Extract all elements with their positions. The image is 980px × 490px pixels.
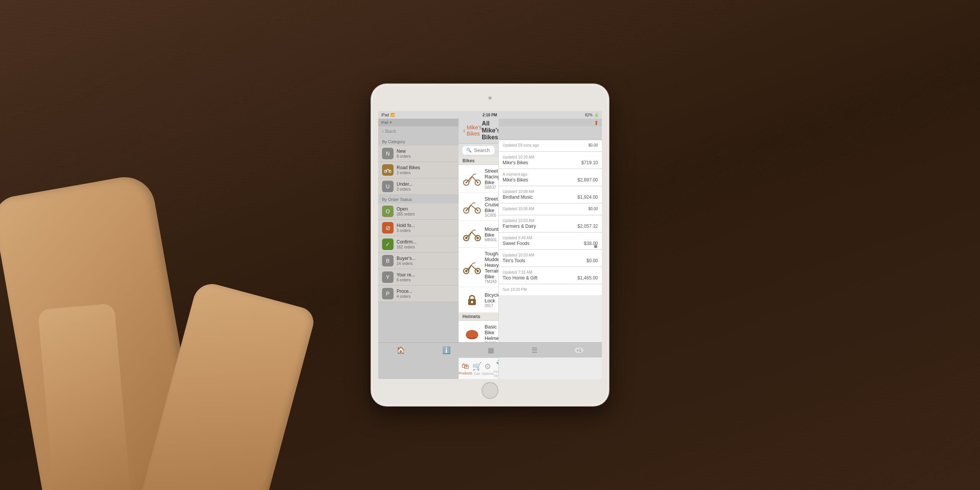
street-cruiser-name: Street Cruiser Bike (485, 196, 498, 213)
order-10-time: Sun 10:20 PM (503, 287, 527, 292)
sidebar-item-your-re[interactable]: Y Your re... 6 orders (378, 269, 459, 286)
order-9-amount: $1,465.00 (578, 275, 598, 281)
order-8-time: Updated 10:03 AM (503, 253, 534, 257)
nav-back-chevron: ‹ (463, 127, 465, 134)
order-item-1[interactable]: Updated 59 mins ago $0.00 (499, 140, 602, 152)
order-item-3[interactable]: A moment ago Mike's Bikes $2,897.00 (499, 169, 602, 186)
sidebar-item-proce[interactable]: P Proce... 4 orders (378, 286, 459, 302)
sidebar-item-hold[interactable]: ⊘ Hold fo... 3 orders (378, 220, 459, 236)
sidebar-item-new[interactable]: N New 8 orders (378, 145, 459, 162)
lock-info: Bicycle Lock 3917 (485, 292, 498, 308)
street-racing-sku: SB537 (485, 185, 498, 189)
sidebar-proce-icon: P (382, 288, 394, 299)
sidebar-yourre-label: Your re... (397, 272, 415, 278)
search-input[interactable] (474, 147, 498, 153)
nav-title: All Mike's Bikes (482, 120, 498, 141)
sidebar-new-label: New (397, 149, 411, 155)
sidebar-confirm-label: Confirm... (397, 239, 416, 245)
order-item-7[interactable]: Updated 9:49 AM Sweet Foods $38.00 (499, 233, 602, 250)
order-8-header: Updated 10:03 AM (503, 253, 598, 257)
svg-point-17 (477, 270, 479, 272)
order-7-header: Updated 9:49 AM (503, 236, 598, 240)
sidebar-under-icon: U (382, 181, 394, 192)
sidebar-proce-sub: 4 orders (397, 294, 412, 299)
street-racing-bike-image (462, 171, 482, 186)
sidebar-home-icon[interactable]: 🏠 (397, 346, 405, 354)
mountain-name: Mountain Bike (485, 226, 498, 238)
order-item-2[interactable]: Updated 10:26 AM Mike's Bikes $719.10 (499, 152, 602, 169)
basic-helmet-image (462, 327, 482, 342)
product-item-lock[interactable]: Bicycle Lock 3917 $39.00 ea 10 in stock (459, 287, 498, 313)
sidebar-buyer-label: Buyer's... (397, 256, 416, 262)
sidebar-item-road[interactable]: Road Bikes 2 orders (378, 162, 459, 178)
tab-cart-label: Cart (474, 372, 480, 376)
svg-point-5 (477, 182, 479, 183)
order-7-time: Updated 9:49 AM (503, 236, 532, 240)
sidebar-under-sub: 2 orders (397, 187, 413, 191)
tough-mudder-info: Tough Mudder Heavy Terrain Bike TM243 (485, 251, 498, 284)
product-item-street-racing[interactable]: Street Racing Bike SB537 $2,399.00 ea (459, 165, 498, 193)
sidebar-proce-label: Proce... (397, 289, 412, 295)
tab-finishing-up[interactable]: 🔧 Finishing Up (494, 358, 498, 379)
product-item-mountain[interactable]: Mountain Bike MB601 $1,099.00 x 1 $1,099… (459, 221, 498, 248)
sidebar-confirm-sub: 162 orders (397, 245, 416, 249)
sidebar-road-sub: 2 orders (397, 171, 420, 175)
tough-mudder-image (462, 260, 482, 275)
sidebar-open-icon: O (382, 206, 394, 217)
sidebar-buyer-icon: B (382, 255, 394, 266)
order-1-header: Updated 59 mins ago $0.00 (503, 143, 598, 147)
order-2-amount: $719.10 (581, 160, 598, 165)
status-bar: iPad 📶 2:10 PM 82% 🔋 (459, 111, 498, 119)
street-racing-info: Street Racing Bike SB537 (485, 168, 498, 189)
right-panel: Updated 59 mins ago $0.00 Updated 10:26 … (498, 111, 602, 379)
nav-back-button[interactable]: ‹ Mike's Bikes (463, 124, 482, 137)
product-list: Bikes (459, 157, 498, 358)
search-input-wrap[interactable]: 🔍 (462, 146, 495, 155)
tab-cart[interactable]: 🛒 Cart (472, 358, 482, 379)
order-item-9[interactable]: Updated 7:31 AM Tico Home & Gift $1,465.… (499, 267, 602, 284)
sidebar-back-button[interactable]: ‹ Back (378, 126, 459, 137)
sidebar-road-label: Road Bikes (397, 165, 420, 171)
sidebar-item-open[interactable]: O Open 265 orders (378, 203, 459, 220)
order-9-header: Updated 7:31 AM (503, 270, 598, 274)
sidebar-yourre-icon: Y (382, 271, 394, 283)
tab-products-icon: 🛍 (462, 362, 469, 371)
street-cruiser-info: Street Cruiser Bike SC805 (485, 196, 498, 217)
tab-products[interactable]: 🛍 Products (459, 358, 472, 379)
order-2-time: Updated 10:26 AM (503, 155, 534, 159)
svg-point-19 (471, 301, 473, 303)
sidebar-info-icon[interactable]: ℹ️ (442, 346, 451, 354)
mountain-info: Mountain Bike MB601 (485, 226, 498, 242)
sidebar-open-sub: 265 orders (397, 212, 415, 216)
product-item-tough-mudder[interactable]: Tough Mudder Heavy Terrain Bike TM243 $1… (459, 248, 498, 287)
ipad-frame: iPad ✈ ‹ Back By Category N New 8 orders (371, 84, 609, 406)
search-magnifier-icon: 🔍 (466, 148, 472, 153)
order-3-title: Mike's Bikes (503, 177, 528, 183)
order-item-4[interactable]: Updated 10:08 AM Birdland Music $1,924.0… (499, 186, 602, 203)
order-7-title: Sweet Foods (503, 241, 529, 246)
order-item-8[interactable]: Updated 10:03 AM Tim's Tools $0.00 (499, 250, 602, 267)
basic-helmet-name: Basic Bike Helmet (485, 324, 498, 341)
sidebar-item-buyer[interactable]: B Buyer's... 14 orders (378, 253, 459, 269)
sidebar-yourre-sub: 6 orders (397, 278, 415, 282)
order-item-6[interactable]: Updated 10:03 AM Farmers & Dairy $2,057.… (499, 216, 602, 232)
sidebar-item-under[interactable]: U Under... 2 orders (378, 178, 459, 195)
svg-point-16 (465, 270, 467, 272)
tab-options[interactable]: ⚙ Options (482, 358, 494, 379)
order-item-5[interactable]: Updated 10:06 AM $0.00 (499, 204, 602, 215)
product-item-street-cruiser[interactable]: Street Cruiser Bike SC805 $799.00 x 2 $1… (459, 193, 498, 221)
sidebar-status-carrier: iPad ✈ (381, 121, 392, 124)
street-racing-name: Street Racing Bike (485, 168, 498, 185)
order-1-time: Updated 59 mins ago (503, 143, 539, 147)
order-9-title: Tico Home & Gift (503, 275, 537, 281)
share-button[interactable]: ⬆ (594, 119, 599, 127)
order-item-10[interactable]: Sun 10:20 PM (499, 284, 602, 296)
sidebar-item-confirm[interactable]: ✓ Confirm... 162 orders (378, 236, 459, 253)
svg-point-9 (477, 210, 479, 211)
order-6-title: Farmers & Dairy (503, 224, 536, 229)
ipad-home-button[interactable] (482, 382, 498, 399)
order-4-title: Birdland Music (503, 194, 533, 200)
sidebar-hold-icon: ⊘ (382, 222, 394, 234)
lock-name: Bicycle Lock (485, 292, 498, 304)
order-9-time: Updated 7:31 AM (503, 270, 532, 274)
